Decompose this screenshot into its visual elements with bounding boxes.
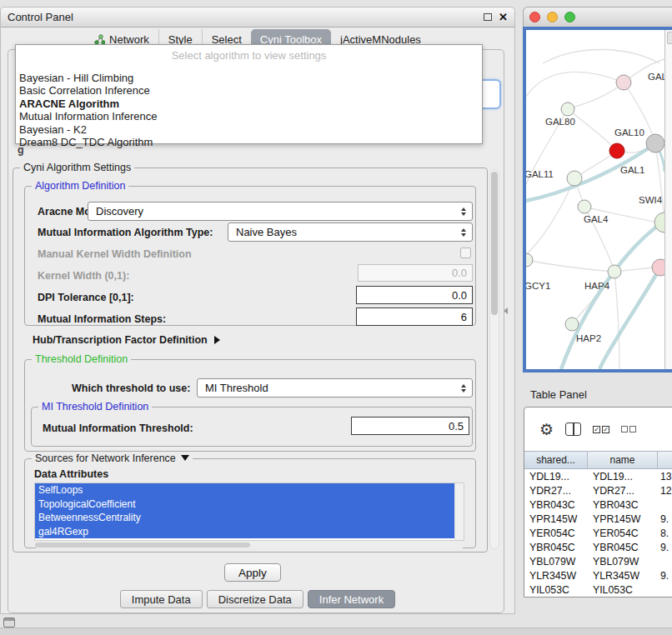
table-row[interactable]: YIL053C YIL053C bbox=[524, 582, 672, 597]
node-gcy1[interactable] bbox=[526, 253, 533, 267]
node-gal4[interactable] bbox=[578, 200, 591, 213]
cell[interactable]: 12 bbox=[658, 483, 672, 498]
expander-down-icon bbox=[181, 455, 189, 461]
table-row[interactable]: YDL19... YDL19... 13 bbox=[524, 469, 672, 483]
cell[interactable]: YBR045C bbox=[524, 540, 588, 554]
cell[interactable]: YER054C bbox=[524, 526, 588, 540]
cell[interactable]: YBR045C bbox=[588, 540, 658, 554]
attribute-item-selfloops[interactable]: SelfLoops bbox=[35, 483, 456, 498]
cell[interactable]: YPR145W bbox=[524, 512, 588, 526]
table-row[interactable]: YPR145W YPR145W 9. bbox=[524, 512, 672, 526]
column-header-shared-name[interactable]: shared... bbox=[524, 452, 588, 468]
gear-icon[interactable]: ⚙ bbox=[539, 422, 554, 438]
table-row[interactable]: YER054C YER054C 8. bbox=[524, 526, 672, 540]
cell[interactable] bbox=[658, 498, 672, 512]
node-hap4[interactable] bbox=[652, 259, 664, 276]
cell[interactable]: YIL053C bbox=[588, 582, 658, 597]
cell[interactable]: YLR345W bbox=[524, 568, 588, 582]
hub-section-expander[interactable]: Hub/Transcription Factor Definition bbox=[33, 334, 220, 346]
network-scrollbar-thumb[interactable] bbox=[667, 32, 672, 44]
network-window-titlebar[interactable] bbox=[523, 7, 672, 27]
attributes-hscroll-thumb[interactable] bbox=[35, 542, 250, 548]
tab-impute-data[interactable]: Impute Data bbox=[120, 590, 203, 608]
close-traffic-light-icon[interactable] bbox=[529, 12, 540, 22]
node-mid[interactable] bbox=[608, 265, 621, 278]
cell[interactable]: 9. bbox=[658, 540, 672, 554]
cell[interactable]: YBR043C bbox=[524, 498, 588, 512]
table-row[interactable]: YDR27... YDR27... 12 bbox=[524, 483, 672, 498]
settings-scrollbar-thumb[interactable] bbox=[491, 172, 498, 315]
apply-button[interactable]: Apply bbox=[224, 563, 281, 582]
cell[interactable]: YDL19... bbox=[524, 469, 588, 483]
node-label: GCY1 bbox=[526, 281, 550, 291]
node-pink-top[interactable] bbox=[616, 75, 631, 90]
settings-group-title: Cyni Algorithm Settings bbox=[20, 162, 134, 173]
cell[interactable]: YPR145W bbox=[588, 512, 658, 526]
cell[interactable]: YER054C bbox=[588, 526, 658, 540]
cell[interactable]: 13 bbox=[658, 469, 672, 483]
network-graph: GAL GAL80 GAL10 GAL11 GAL1 SWI4 GAL4 GCY… bbox=[526, 30, 664, 369]
column-header-cut[interactable] bbox=[658, 452, 672, 468]
collapsed-panel-icon[interactable] bbox=[3, 618, 15, 628]
network-canvas[interactable]: GAL GAL80 GAL10 GAL11 GAL1 SWI4 GAL4 GCY… bbox=[523, 27, 672, 372]
cell[interactable]: YBR043C bbox=[588, 498, 658, 512]
algorithm-option-dream8[interactable]: Dream8 DC_TDC Algorithm bbox=[18, 136, 479, 148]
minimize-traffic-light-icon[interactable] bbox=[547, 12, 558, 22]
cell[interactable]: YIL053C bbox=[524, 582, 588, 597]
table-row[interactable]: YBL079W YBL079W bbox=[524, 554, 672, 568]
network-vertical-scrollbar[interactable] bbox=[664, 30, 672, 369]
cell[interactable]: 9. bbox=[658, 512, 672, 526]
mi-type-label: Mutual Information Algorithm Type: bbox=[38, 227, 213, 238]
manual-kernel-checkbox[interactable] bbox=[460, 248, 471, 258]
dpi-tolerance-field[interactable]: 0.0 bbox=[356, 286, 473, 304]
mi-steps-field[interactable]: 6 bbox=[356, 308, 473, 326]
cell[interactable]: 8. bbox=[658, 526, 672, 540]
node-hap2[interactable] bbox=[565, 318, 579, 331]
select-all-icon[interactable]: ✓ ✓ bbox=[593, 426, 609, 433]
cell[interactable] bbox=[658, 554, 672, 568]
show-columns-icon[interactable] bbox=[565, 422, 581, 436]
node-red[interactable] bbox=[609, 143, 624, 158]
data-attributes-list[interactable]: SelfLoops TopologicalCoefficient Between… bbox=[34, 482, 464, 541]
algorithm-option-basic-correlation[interactable]: Basic Correlation Inference bbox=[18, 84, 479, 97]
tab-discretize-data[interactable]: Discretize Data bbox=[207, 590, 303, 608]
manual-kernel-label: Manual Kernel Width Definition bbox=[38, 248, 192, 260]
algorithm-option-bayesian-k2[interactable]: Bayesian - K2 bbox=[18, 123, 479, 136]
splitter-collapse-icon[interactable] bbox=[504, 308, 508, 314]
deselect-all-icon[interactable] bbox=[621, 426, 636, 432]
cell[interactable]: 9. bbox=[658, 568, 672, 582]
attribute-item-betweennesscentrality[interactable]: BetweennessCentrality bbox=[35, 511, 456, 525]
cell[interactable]: YBL079W bbox=[588, 554, 658, 568]
attribute-item-gal4rgexp[interactable]: gal4RGexp bbox=[35, 525, 456, 539]
table-row[interactable]: YLR345W YLR345W 9. bbox=[524, 568, 672, 582]
aracne-mode-combo[interactable]: Discovery bbox=[88, 202, 473, 221]
cell[interactable]: YDR27... bbox=[588, 483, 658, 498]
algorithm-option-bayesian-hill-climbing[interactable]: Bayesian - Hill Climbing bbox=[18, 72, 479, 84]
cell[interactable] bbox=[658, 582, 672, 597]
mi-type-combo[interactable]: Naive Bayes bbox=[228, 222, 473, 242]
node-gal10[interactable] bbox=[646, 134, 664, 152]
cell[interactable]: YLR345W bbox=[588, 568, 658, 582]
which-threshold-combo[interactable]: MI Threshold bbox=[197, 378, 473, 398]
close-icon[interactable]: ✕ bbox=[499, 12, 508, 22]
settings-scrollbar[interactable] bbox=[489, 169, 499, 549]
node-gal80[interactable] bbox=[561, 102, 574, 116]
cell[interactable]: YDL19... bbox=[588, 469, 658, 483]
tab-infer-network[interactable]: Infer Network bbox=[308, 590, 395, 608]
sources-group-header[interactable]: Sources for Network Inference bbox=[32, 452, 193, 464]
kernel-width-field[interactable]: 0.0 bbox=[358, 264, 473, 282]
cell[interactable]: YDR27... bbox=[524, 483, 588, 498]
attributes-vertical-scrollbar[interactable] bbox=[454, 483, 464, 540]
zoom-traffic-light-icon[interactable] bbox=[564, 12, 575, 22]
column-header-name[interactable]: name bbox=[588, 452, 658, 468]
table-row[interactable]: YBR045C YBR045C 9. bbox=[524, 540, 672, 554]
attributes-horizontal-scrollbar[interactable] bbox=[34, 542, 464, 548]
attribute-item-topologicalcoefficient[interactable]: TopologicalCoefficient bbox=[35, 498, 456, 512]
node-gal11[interactable] bbox=[567, 171, 582, 186]
cell[interactable]: YBL079W bbox=[524, 554, 588, 568]
mi-threshold-field[interactable]: 0.5 bbox=[351, 417, 469, 435]
algorithm-option-aracne[interactable]: ARACNE Algorithm bbox=[18, 98, 479, 110]
table-row[interactable]: YBR043C YBR043C bbox=[524, 498, 672, 512]
algorithm-option-mutual-information[interactable]: Mutual Information Inference bbox=[18, 110, 479, 122]
float-window-icon[interactable] bbox=[484, 13, 492, 21]
